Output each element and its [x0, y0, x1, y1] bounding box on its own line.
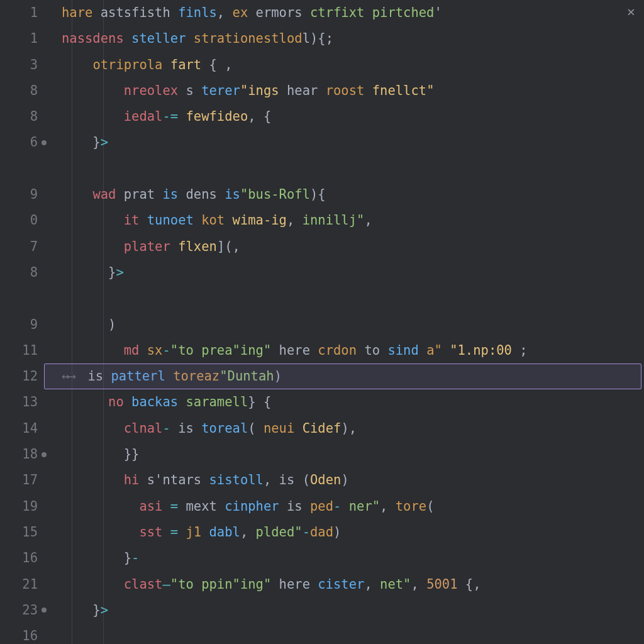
token: ,: [380, 499, 396, 514]
token: >: [101, 135, 108, 150]
line-number: 1: [0, 26, 38, 52]
token: clast: [124, 577, 163, 592]
code-line[interactable]: iedal-= fewfideo, {: [62, 104, 644, 130]
code-line[interactable]: nreolex s terer"ings hear roost fnellct": [62, 78, 644, 104]
code-line[interactable]: it tunoet kot wima-ig, innillj",: [62, 208, 644, 233]
code-line[interactable]: ↔→ is patterl toreaz"Duntah): [62, 364, 644, 389]
line-number: 0: [0, 208, 38, 233]
token: terer: [201, 83, 240, 98]
token: j1: [186, 525, 209, 540]
token: }: [62, 602, 101, 618]
token: toreaz: [173, 369, 219, 384]
code-line[interactable]: otriprola fart { ,: [62, 52, 644, 78]
line-number: 14: [0, 416, 38, 441]
code-line[interactable]: md sx-"to prea"ing" here crdon to sind a…: [62, 338, 644, 364]
token: (: [248, 421, 264, 436]
token: ,: [233, 239, 240, 254]
token: "to prea"ing": [170, 343, 271, 358]
token: is: [287, 499, 310, 514]
token: is: [178, 421, 201, 436]
code-line[interactable]: sst = j1 dabl, plded"-dad): [62, 519, 644, 545]
token: }}: [62, 447, 139, 462]
token: [62, 109, 124, 124]
code-line[interactable]: plater flxen](,: [62, 234, 644, 260]
token: "bus-Rofl: [240, 187, 310, 202]
token: =: [170, 525, 186, 540]
code-line[interactable]: ): [62, 312, 644, 338]
token: fewfideo: [186, 109, 248, 124]
token: [62, 525, 139, 540]
token: patterl: [111, 369, 173, 384]
line-number: 15: [0, 519, 38, 545]
token: to: [364, 343, 387, 358]
line-number: 16: [0, 545, 38, 571]
line-number: 23: [0, 597, 38, 623]
token: innillj": [303, 213, 365, 228]
line-number: 1: [0, 0, 38, 26]
token: ): [62, 317, 116, 332]
token: astsfisth: [101, 5, 178, 20]
code-line[interactable]: [62, 623, 644, 644]
line-number: [0, 156, 38, 182]
token: md: [124, 343, 147, 358]
line-number: 6: [0, 130, 38, 155]
token: strationestlod: [194, 31, 303, 46]
code-editor[interactable]: 113886907891112131418171915162123162225 …: [0, 0, 644, 644]
code-line[interactable]: }}: [62, 441, 644, 467]
token: plded": [256, 525, 303, 540]
token: [62, 577, 124, 592]
token: (: [426, 499, 434, 514]
token: l){;: [303, 31, 333, 46]
token: s'ntars: [147, 472, 209, 487]
token: tunoet: [147, 213, 201, 228]
token: tore: [396, 499, 426, 514]
token: -=: [162, 109, 186, 124]
code-line[interactable]: }>: [62, 130, 644, 155]
token: ped: [310, 499, 333, 514]
token: , {: [248, 109, 271, 124]
token: ;: [512, 343, 528, 358]
code-line[interactable]: }>: [62, 260, 644, 286]
token: ,: [217, 5, 233, 20]
code-line[interactable]: no backas saramell} {: [62, 389, 644, 415]
token: -: [162, 421, 178, 436]
line-number: 7: [0, 234, 38, 260]
line-number-gutter: 113886907891112131418171915162123162225: [0, 0, 44, 644]
token: ): [333, 525, 341, 540]
token: fart: [170, 57, 201, 72]
code-line[interactable]: asi = mext cinpher is ped- ner", tore(: [62, 494, 644, 519]
token: here: [271, 343, 318, 358]
code-line[interactable]: hi s'ntars sistoll, is (Oden): [62, 467, 644, 493]
token: Oden: [310, 472, 341, 487]
code-line[interactable]: wad prat is dens is"bus-Rofl){: [62, 182, 644, 208]
token: flxen: [178, 239, 217, 254]
token: s: [186, 83, 202, 98]
code-line[interactable]: [62, 156, 644, 182]
token: saramell: [186, 394, 248, 409]
code-line[interactable]: hare astsfisth finls, ex ermors ctrfixt …: [62, 0, 644, 26]
token: wad: [92, 187, 123, 202]
token: [62, 499, 139, 514]
token: hi: [124, 472, 147, 487]
code-area[interactable]: × hare astsfisth finls, ex ermors ctrfix…: [44, 0, 644, 644]
code-line[interactable]: }-: [62, 545, 644, 571]
line-number: 8: [0, 260, 38, 286]
code-line[interactable]: [62, 286, 644, 311]
token: -: [303, 525, 310, 540]
token: is: [162, 187, 186, 202]
token: plater: [124, 239, 178, 254]
token: ,: [364, 577, 380, 592]
token: finls: [178, 5, 217, 20]
token: ex: [233, 5, 256, 20]
token: hear: [287, 83, 326, 98]
code-line[interactable]: clnal- is toreal( neui Cidef),: [62, 416, 644, 441]
code-line[interactable]: }>: [62, 597, 644, 623]
token: kot: [201, 213, 232, 228]
code-line[interactable]: nassdens steller strationestlodl){;: [62, 26, 644, 52]
line-number: 8: [0, 78, 38, 104]
token: mext: [186, 499, 225, 514]
token: nreolex: [124, 83, 186, 98]
code-line[interactable]: clast—"to ppin"ing" here cister, net", 5…: [62, 572, 644, 597]
token: sistoll: [209, 472, 264, 487]
token: =: [170, 499, 186, 514]
